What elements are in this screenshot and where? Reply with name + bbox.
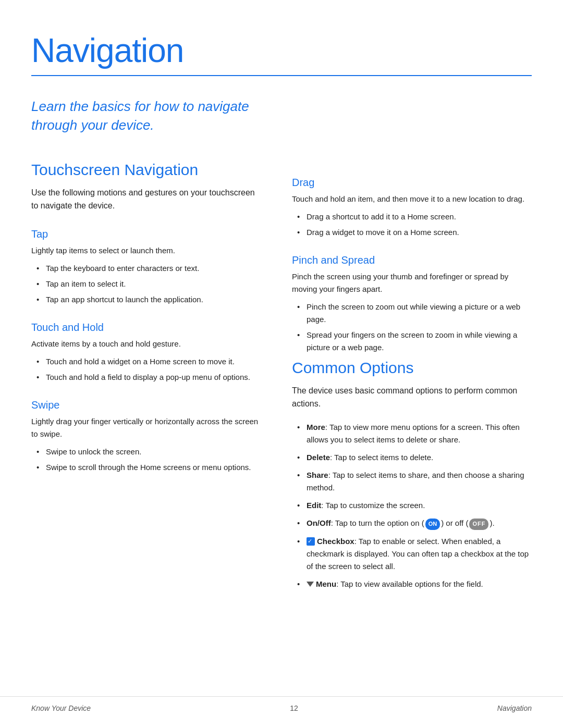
- menu-dropdown-icon: [307, 582, 314, 587]
- more-term: More: [307, 423, 325, 431]
- tap-bullet-list: Tap the keyboard to enter characters or …: [31, 262, 261, 306]
- intro-text: Learn the basics for how to navigate thr…: [31, 97, 255, 135]
- list-item: Delete: Tap to select items to delete.: [297, 451, 532, 464]
- common-options-section: Common Options The device uses basic com…: [292, 359, 532, 590]
- delete-definition: Tap to select items to delete.: [334, 453, 433, 462]
- footer-left: Know Your Device: [31, 704, 91, 712]
- swipe-description: Lightly drag your finger vertically or h…: [31, 415, 261, 440]
- common-options-title: Common Options: [292, 359, 532, 377]
- list-item: Touch and hold a widget on a Home screen…: [36, 355, 261, 368]
- list-item: Touch and hold a field to display a pop-…: [36, 371, 261, 384]
- touchscreen-section-description: Use the following motions and gestures o…: [31, 186, 261, 213]
- page-footer: Know Your Device 12 Navigation: [0, 696, 563, 712]
- list-item: Share: Tap to select items to share, and…: [297, 469, 532, 494]
- page-title: Navigation: [31, 31, 532, 70]
- more-definition: Tap to view more menu options for a scre…: [307, 423, 520, 444]
- touch-hold-subsection-title: Touch and Hold: [31, 322, 261, 334]
- left-column: Touchscreen Navigation Use the following…: [31, 161, 261, 596]
- onoff-or: ) or off (: [441, 519, 468, 527]
- touch-hold-bullet-list: Touch and hold a widget on a Home screen…: [31, 355, 261, 384]
- share-term: Share: [307, 471, 328, 479]
- list-item: Drag a shortcut to add it to a Home scre…: [297, 211, 532, 223]
- menu-term: Menu: [316, 579, 336, 588]
- list-item: Spread your fingers on the screen to zoo…: [297, 329, 532, 354]
- touch-hold-description: Activate items by a touch and hold gestu…: [31, 338, 261, 350]
- list-item: Swipe to scroll through the Home screens…: [36, 461, 261, 474]
- swipe-bullet-list: Swipe to unlock the screen. Swipe to scr…: [31, 446, 261, 474]
- onoff-end: ).: [489, 519, 494, 527]
- share-definition: Tap to select items to share, and then c…: [307, 471, 524, 492]
- drag-subsection-title: Drag: [292, 177, 532, 189]
- list-item: On/Off: Tap to turn the option on (ON) o…: [297, 517, 532, 530]
- footer-page-number: 12: [290, 704, 298, 712]
- on-badge: ON: [425, 519, 440, 530]
- tap-description: Lightly tap items to select or launch th…: [31, 244, 261, 257]
- edit-definition: Tap to customize the screen.: [325, 501, 425, 510]
- list-item: Menu: Tap to view available options for …: [297, 578, 532, 590]
- touchscreen-section-title: Touchscreen Navigation: [31, 161, 261, 179]
- swipe-subsection-title: Swipe: [31, 399, 261, 411]
- drag-bullet-list: Drag a shortcut to add it to a Home scre…: [292, 211, 532, 239]
- list-item: Swipe to unlock the screen.: [36, 446, 261, 458]
- page-container: Navigation Learn the basics for how to n…: [0, 0, 563, 728]
- list-item: Drag a widget to move it on a Home scree…: [297, 226, 532, 239]
- right-column: Drag Touch and hold an item, and then mo…: [292, 161, 532, 596]
- title-divider: [31, 75, 532, 76]
- onoff-term: On/Off: [307, 519, 331, 527]
- tap-subsection-title: Tap: [31, 228, 261, 240]
- list-item: More: Tap to view more menu options for …: [297, 421, 532, 446]
- checkbox-term: Checkbox: [317, 537, 354, 546]
- common-options-list: More: Tap to view more menu options for …: [292, 421, 532, 590]
- footer-right: Navigation: [497, 704, 532, 712]
- delete-term: Delete: [307, 453, 330, 462]
- list-item: Edit: Tap to customize the screen.: [297, 499, 532, 512]
- list-item: Tap an item to select it.: [36, 278, 261, 290]
- pinch-subsection-title: Pinch and Spread: [292, 254, 532, 266]
- common-options-description: The device uses basic command options to…: [292, 384, 532, 411]
- list-item: Tap the keyboard to enter characters or …: [36, 262, 261, 275]
- list-item: Pinch the screen to zoom out while viewi…: [297, 301, 532, 326]
- list-item: Tap an app shortcut to launch the applic…: [36, 293, 261, 306]
- pinch-bullet-list: Pinch the screen to zoom out while viewi…: [292, 301, 532, 354]
- checkbox-icon: [307, 537, 315, 546]
- onoff-definition: Tap to turn the option on (: [335, 519, 424, 527]
- list-item: Checkbox: Tap to enable or select. When …: [297, 535, 532, 573]
- off-badge: OFF: [469, 519, 488, 530]
- two-column-layout: Touchscreen Navigation Use the following…: [31, 161, 532, 596]
- menu-definition: Tap to view available options for the fi…: [340, 579, 483, 588]
- edit-term: Edit: [307, 501, 321, 510]
- pinch-description: Pinch the screen using your thumb and fo…: [292, 270, 532, 295]
- drag-description: Touch and hold an item, and then move it…: [292, 193, 532, 205]
